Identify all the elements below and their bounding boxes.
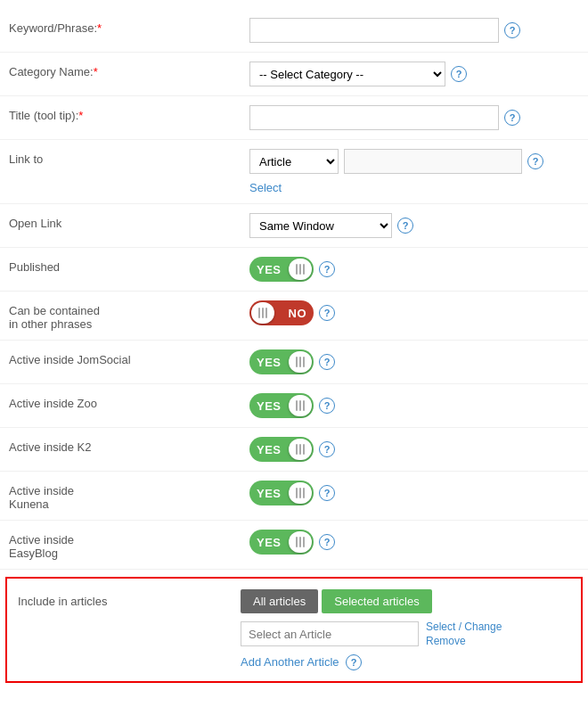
keyword-row: Keyword/Phrase:* ? — [0, 9, 588, 53]
include-articles-inner: Include in articles All articles Selecte… — [18, 589, 570, 670]
kunena-toggle[interactable]: YES — [249, 481, 314, 505]
k2-control-area: YES ? — [249, 437, 579, 462]
contained-help-icon[interactable]: ? — [319, 305, 335, 321]
selected-articles-button[interactable]: Selected articles — [322, 589, 431, 613]
jomsocial-help-icon[interactable]: ? — [319, 354, 335, 370]
link-url-input[interactable] — [344, 149, 522, 174]
category-help-icon[interactable]: ? — [451, 66, 467, 82]
all-articles-button[interactable]: All articles — [241, 589, 318, 613]
kunena-label: Active inside Kunena — [9, 481, 249, 511]
k2-help-icon[interactable]: ? — [319, 441, 335, 457]
open-link-row: Open Link Same Window ? — [0, 204, 588, 248]
easyblog-toggle-label: YES — [257, 536, 282, 549]
open-link-control-area: Same Window ? — [249, 213, 579, 238]
kunena-row: Active inside Kunena YES ? — [0, 472, 588, 521]
contained-label: Can be contained in other phrases — [9, 300, 249, 331]
jomsocial-label: Active inside JomSocial — [9, 349, 249, 366]
zoo-toggle[interactable]: YES — [249, 393, 314, 418]
k2-row: Active inside K2 YES ? — [0, 428, 588, 472]
link-help-icon[interactable]: ? — [527, 153, 543, 169]
easyblog-label: Active inside EasyBlog — [9, 530, 249, 560]
form-container: Keyword/Phrase:* ? Category Name:* -- Se… — [0, 0, 588, 699]
zoo-help-icon[interactable]: ? — [319, 398, 335, 414]
jomsocial-toggle-knob — [289, 351, 312, 373]
easyblog-toggle[interactable]: YES — [249, 530, 314, 555]
zoo-toggle-label: YES — [257, 399, 282, 413]
article-input-row: Select / Change Remove — [241, 620, 570, 647]
published-control-area: YES ? — [249, 257, 579, 282]
jomsocial-toggle-label: YES — [257, 356, 282, 369]
zoo-row: Active inside Zoo YES ? — [0, 384, 588, 428]
category-control-area: -- Select Category -- ? — [249, 62, 579, 86]
include-articles-section: Include in articles All articles Selecte… — [5, 577, 583, 683]
k2-toggle[interactable]: YES — [249, 437, 314, 462]
title-input[interactable] — [249, 105, 499, 130]
category-label: Category Name:* — [9, 62, 249, 78]
link-control-area: Article ? Select — [249, 149, 579, 194]
add-another-row: Add Another Article ? — [241, 654, 570, 670]
article-actions: Select / Change Remove — [426, 620, 502, 647]
kunena-help-icon[interactable]: ? — [319, 485, 335, 501]
contained-toggle-label: NO — [289, 307, 307, 320]
link-select-link[interactable]: Select — [249, 181, 579, 194]
category-select[interactable]: -- Select Category -- — [249, 62, 445, 86]
add-another-help-icon[interactable]: ? — [346, 654, 362, 670]
title-help-icon[interactable]: ? — [504, 110, 520, 126]
title-control-area: ? — [249, 105, 579, 130]
include-articles-label: Include in articles — [18, 589, 241, 608]
select-change-link[interactable]: Select / Change — [426, 620, 502, 633]
easyblog-row: Active inside EasyBlog YES ? — [0, 521, 588, 570]
published-toggle[interactable]: YES — [249, 257, 314, 282]
keyword-help-icon[interactable]: ? — [504, 22, 520, 38]
link-type-select[interactable]: Article — [249, 149, 339, 174]
easyblog-control-area: YES ? — [249, 530, 579, 555]
zoo-control-area: YES ? — [249, 393, 579, 418]
published-toggle-label: YES — [257, 263, 282, 276]
contained-row: Can be contained in other phrases NO ? — [0, 292, 588, 341]
kunena-toggle-knob — [289, 482, 312, 504]
k2-toggle-label: YES — [257, 443, 282, 456]
add-another-link[interactable]: Add Another Article — [241, 655, 339, 669]
k2-label: Active inside K2 — [9, 437, 249, 454]
easyblog-help-icon[interactable]: ? — [319, 534, 335, 550]
easyblog-toggle-knob — [289, 531, 312, 553]
title-row: Title (tool tip):* ? — [0, 96, 588, 140]
keyword-input[interactable] — [249, 18, 499, 43]
kunena-toggle-label: YES — [257, 487, 282, 500]
contained-control-area: NO ? — [249, 300, 579, 325]
published-label: Published — [9, 257, 249, 274]
remove-link[interactable]: Remove — [426, 635, 502, 647]
zoo-label: Active inside Zoo — [9, 393, 249, 410]
link-row: Link to Article ? Select — [0, 140, 588, 204]
include-articles-controls: All articles Selected articles Select / … — [241, 589, 570, 670]
k2-toggle-knob — [289, 439, 312, 460]
open-link-help-icon[interactable]: ? — [397, 218, 413, 234]
articles-button-row: All articles Selected articles — [241, 589, 570, 613]
jomsocial-toggle[interactable]: YES — [249, 349, 314, 374]
title-label: Title (tool tip):* — [9, 105, 249, 122]
link-label: Link to — [9, 149, 249, 166]
zoo-toggle-knob — [289, 395, 312, 416]
contained-toggle-knob — [251, 302, 274, 324]
jomsocial-control-area: YES ? — [249, 349, 579, 374]
open-link-select[interactable]: Same Window — [249, 213, 392, 238]
published-toggle-knob — [289, 259, 312, 280]
contained-toggle[interactable]: NO — [249, 300, 314, 325]
article-search-input[interactable] — [241, 621, 419, 646]
category-row: Category Name:* -- Select Category -- ? — [0, 53, 588, 96]
kunena-control-area: YES ? — [249, 481, 579, 505]
jomsocial-row: Active inside JomSocial YES ? — [0, 341, 588, 384]
published-row: Published YES ? — [0, 248, 588, 292]
keyword-label: Keyword/Phrase:* — [9, 18, 249, 35]
published-help-icon[interactable]: ? — [319, 261, 335, 277]
open-link-label: Open Link — [9, 213, 249, 230]
keyword-control-area: ? — [249, 18, 579, 43]
